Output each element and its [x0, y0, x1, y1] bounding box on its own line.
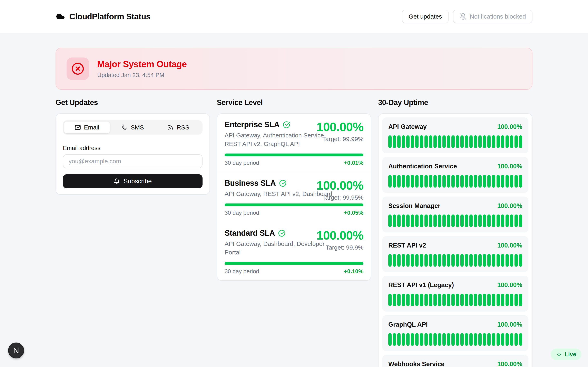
tab-email[interactable]: Email — [64, 122, 110, 133]
email-address-label: Email address — [63, 145, 203, 151]
uptime-bar-segment — [397, 215, 401, 227]
uptime-bar-segment — [506, 135, 509, 148]
uptime-section: 30-Day Uptime API Gateway 100.00% Authen… — [378, 98, 532, 367]
uptime-tile: Session Manager 100.00% — [382, 197, 528, 233]
uptime-bar-segment — [483, 175, 486, 188]
uptime-bar-segment — [478, 254, 482, 267]
uptime-bar-segment — [519, 254, 522, 267]
uptime-bar-segment — [397, 333, 401, 346]
uptime-tile: REST API v1 (Legacy) 100.00% — [382, 276, 528, 312]
uptime-service-value: 100.00% — [497, 163, 522, 170]
live-status-badge: Live — [551, 349, 581, 360]
sla-delta: +0.05% — [344, 210, 363, 216]
bell-icon — [114, 178, 120, 184]
uptime-bar-segment — [478, 135, 482, 148]
live-status-label: Live — [565, 351, 576, 358]
uptime-bar-segment — [506, 215, 509, 227]
uptime-bar-segment — [420, 135, 423, 148]
uptime-bar-segment — [447, 333, 450, 346]
sla-progress-fill — [225, 262, 363, 265]
service-level-heading: Service Level — [217, 98, 371, 107]
uptime-service-name: GraphQL API — [388, 321, 428, 328]
tab-rss[interactable]: RSS — [156, 122, 201, 133]
uptime-service-value: 100.00% — [497, 123, 522, 131]
uptime-bar-segment — [388, 215, 392, 227]
uptime-bar-segment — [420, 333, 423, 346]
uptime-bar-segment — [469, 333, 473, 346]
uptime-bar-segment — [460, 294, 464, 306]
uptime-bar-segment — [429, 175, 432, 188]
uptime-bar-segment — [487, 294, 491, 306]
uptime-bar-segment — [420, 215, 423, 227]
sla-target: Target: 99.9% — [316, 244, 363, 251]
email-input[interactable] — [63, 154, 203, 168]
uptime-bar-segment — [456, 333, 459, 346]
uptime-bar-segment — [433, 135, 437, 148]
sla-delta: +0.01% — [344, 160, 363, 166]
uptime-bar-segment — [519, 333, 522, 346]
uptime-bar-segment — [460, 135, 464, 148]
uptime-service-value: 100.00% — [497, 281, 522, 289]
get-updates-heading: Get Updates — [56, 98, 210, 107]
uptime-bar-segment — [515, 254, 518, 267]
uptime-bar-segment — [465, 175, 468, 188]
uptime-service-name: REST API v1 (Legacy) — [388, 281, 454, 289]
sla-period: 30 day period — [225, 210, 259, 216]
uptime-bar-segment — [424, 135, 428, 148]
uptime-bar-segment — [447, 175, 450, 188]
uptime-bar-segment — [510, 294, 513, 306]
uptime-bar-segment — [429, 333, 432, 346]
sla-period: 30 day period — [225, 268, 259, 275]
uptime-bar-segment — [460, 215, 464, 227]
uptime-bar-segment — [388, 333, 392, 346]
uptime-bar-segment — [469, 135, 473, 148]
uptime-bar-segment — [402, 135, 405, 148]
uptime-bar-segment — [433, 175, 437, 188]
uptime-service-value: 100.00% — [497, 360, 522, 367]
uptime-bar-segment — [451, 135, 455, 148]
get-updates-button[interactable]: Get updates — [402, 10, 448, 23]
uptime-bar-segment — [411, 215, 414, 227]
uptime-bar-segment — [433, 215, 437, 227]
subscribe-button[interactable]: Subscribe — [63, 174, 203, 188]
uptime-bar-segment — [411, 254, 414, 267]
uptime-bar-segment — [438, 135, 441, 148]
uptime-service-name: Authentication Service — [388, 163, 457, 170]
sla-section: Business SLA API Gateway, REST API v2, D… — [217, 172, 371, 222]
uptime-bar-segment — [456, 135, 459, 148]
sla-period: 30 day period — [225, 160, 259, 166]
bell-off-icon — [459, 13, 467, 20]
uptime-bar-segment — [433, 333, 437, 346]
channel-tabs: Email SMS RSS — [63, 120, 203, 134]
uptime-bar-segment — [460, 175, 464, 188]
uptime-bar-segment — [406, 254, 410, 267]
uptime-service-name: Webhooks Service — [388, 360, 444, 367]
app-header: CloudPlatform Status Get updates Notific… — [0, 0, 588, 33]
sla-progress-track — [225, 203, 363, 206]
uptime-bar-segment — [483, 254, 486, 267]
uptime-bar-segment — [519, 135, 522, 148]
notifications-blocked-button[interactable]: Notifications blocked — [453, 10, 532, 23]
uptime-bar-segment — [506, 333, 509, 346]
uptime-bar-segment — [433, 294, 437, 306]
uptime-bar-segment — [402, 294, 405, 306]
uptime-bar-segment — [474, 333, 477, 346]
uptime-bar-segment — [456, 294, 459, 306]
cloud-logo-icon — [56, 12, 65, 21]
uptime-service-name: REST API v2 — [388, 242, 426, 249]
uptime-bar-segment — [415, 215, 419, 227]
outage-title: Major System Outage — [97, 59, 187, 69]
uptime-bar-segment — [469, 175, 473, 188]
tab-sms[interactable]: SMS — [110, 122, 156, 133]
uptime-bar-segment — [393, 215, 396, 227]
uptime-tile: GraphQL API 100.00% — [382, 315, 528, 351]
service-level-card: Enterprise SLA API Gateway, Authenticati… — [217, 113, 371, 281]
uptime-bar-segment — [456, 175, 459, 188]
uptime-bar-segment — [406, 175, 410, 188]
uptime-bar-segment — [406, 333, 410, 346]
uptime-bar-segment — [474, 254, 477, 267]
uptime-service-name: API Gateway — [388, 123, 427, 131]
uptime-bar-segment — [411, 175, 414, 188]
dev-tools-badge[interactable]: N — [8, 342, 24, 359]
page-title: CloudPlatform Status — [69, 12, 150, 21]
